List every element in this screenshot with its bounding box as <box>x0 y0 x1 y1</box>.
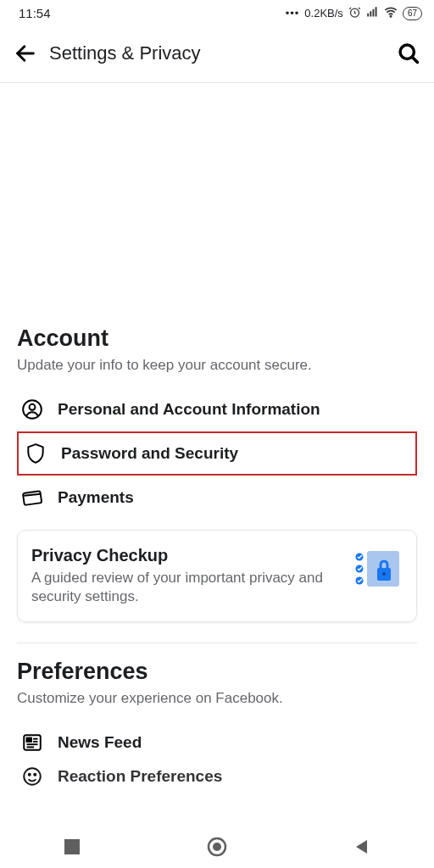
back-button[interactable] <box>12 40 39 67</box>
menu-label: News Feed <box>58 733 142 752</box>
home-button[interactable] <box>192 830 242 864</box>
privacy-checkup-card[interactable]: Privacy Checkup A guided review of your … <box>17 530 417 622</box>
card-icon <box>20 486 44 509</box>
svg-rect-2 <box>370 11 371 16</box>
signal-icon <box>366 6 379 21</box>
account-subtitle: Update your info to keep your account se… <box>17 357 417 374</box>
status-bar: 11:54 ••• 0.2KB/s 67 <box>0 0 434 26</box>
status-right: ••• 0.2KB/s 67 <box>286 5 422 21</box>
app-header: Settings & Privacy <box>0 26 434 83</box>
menu-item-news-feed[interactable]: News Feed <box>17 721 417 765</box>
menu-item-payments[interactable]: Payments <box>17 476 417 520</box>
menu-label: Password and Security <box>61 444 238 463</box>
svg-point-26 <box>29 774 31 776</box>
battery-icon: 67 <box>403 7 422 20</box>
recent-apps-button[interactable] <box>47 830 97 864</box>
menu-label: Personal and Account Information <box>58 400 320 419</box>
menu-item-password-security[interactable]: Password and Security <box>17 431 417 476</box>
menu-label: Reaction Preferences <box>58 767 222 786</box>
reaction-icon <box>20 765 44 788</box>
divider <box>17 643 417 643</box>
card-subtitle: A guided review of your important privac… <box>31 569 337 606</box>
menu-item-personal-info[interactable]: Personal and Account Information <box>17 387 417 431</box>
page-title: Settings & Privacy <box>49 42 395 64</box>
back-nav-button[interactable] <box>337 830 387 864</box>
svg-point-27 <box>34 774 36 776</box>
menu-label: Payments <box>58 488 134 507</box>
person-icon <box>20 398 44 421</box>
system-nav-bar <box>0 826 434 868</box>
svg-rect-4 <box>376 7 377 16</box>
alarm-icon <box>348 6 361 21</box>
menu-item-reaction-preferences[interactable]: Reaction Preferences <box>17 765 417 788</box>
search-button[interactable] <box>395 40 422 67</box>
wifi-icon <box>384 5 398 21</box>
svg-rect-3 <box>372 8 374 16</box>
svg-rect-11 <box>23 491 42 505</box>
status-time: 11:54 <box>19 6 51 20</box>
svg-point-25 <box>24 768 41 785</box>
svg-point-5 <box>390 16 391 17</box>
account-title: Account <box>17 326 417 352</box>
svg-rect-1 <box>367 13 369 16</box>
preferences-subtitle: Customize your experience on Facebook. <box>17 690 417 707</box>
preferences-title: Preferences <box>17 659 417 685</box>
svg-line-8 <box>413 58 418 63</box>
svg-rect-20 <box>27 738 31 742</box>
status-net-speed: 0.2KB/s <box>304 7 343 19</box>
blank-space <box>17 83 417 326</box>
status-dots-icon: ••• <box>286 7 300 19</box>
svg-point-15 <box>382 572 386 576</box>
svg-point-30 <box>213 843 221 851</box>
feed-icon <box>20 731 44 754</box>
shield-icon <box>24 442 47 465</box>
svg-rect-28 <box>64 839 80 854</box>
svg-line-12 <box>24 494 41 496</box>
lock-checklist-icon <box>348 546 403 592</box>
svg-point-10 <box>30 404 36 410</box>
card-title: Privacy Checkup <box>31 546 337 565</box>
